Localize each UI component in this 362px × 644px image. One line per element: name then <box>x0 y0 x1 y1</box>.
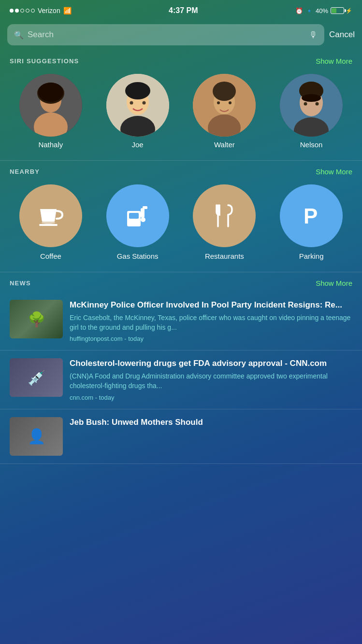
status-left: Verizon 📶 <box>10 7 72 14</box>
bluetooth-icon: 🔹 <box>305 7 313 14</box>
news-excerpt-2: (CNN)A Food and Drug Administration advi… <box>70 372 352 391</box>
nearby-section: NEARBY Show More Coffee <box>0 161 362 272</box>
svg-rect-29 <box>143 206 147 209</box>
siri-section-header: SIRI SUGGESTIONS Show More <box>0 50 362 70</box>
search-icon: 🔍 <box>14 30 24 40</box>
restaurants-icon <box>210 201 239 230</box>
parking-icon: P <box>297 201 326 230</box>
nearby-gas-stations[interactable]: Gas Stations <box>99 184 176 260</box>
news-article-3[interactable]: 👤 Jeb Bush: Unwed Mothers Should <box>0 409 362 464</box>
microphone-icon[interactable]: 🎙 <box>309 30 318 40</box>
avatar-nathaly-svg <box>19 74 82 137</box>
news-content-2: Cholesterol-lowering drugs get FDA advis… <box>70 358 352 401</box>
news-thumbnail-1: 🌳 <box>10 300 63 338</box>
nearby-restaurants[interactable]: Restaurants <box>186 184 263 260</box>
svg-point-21 <box>304 102 307 106</box>
gas-station-circle <box>106 184 169 247</box>
search-bar[interactable]: 🔍 Search 🎙 <box>7 24 324 45</box>
cancel-button[interactable]: Cancel <box>329 30 355 40</box>
parking-circle: P <box>280 184 343 247</box>
news-article-2[interactable]: 💉 Cholesterol-lowering drugs get FDA adv… <box>0 350 362 409</box>
nearby-row: Coffee Gas Stations <box>0 181 362 267</box>
clock: 4:37 PM <box>169 6 198 15</box>
charging-icon: ⚡ <box>346 8 352 14</box>
svg-point-10 <box>142 101 145 105</box>
search-placeholder: Search <box>28 30 305 40</box>
avatar-joe-svg <box>106 74 169 137</box>
carrier-label: Verizon <box>38 7 60 14</box>
siri-section-title: SIRI SUGGESTIONS <box>10 57 79 65</box>
svg-point-4 <box>38 83 63 102</box>
nearby-coffee-label: Coffee <box>40 252 61 260</box>
news-title-1: McKinney Police Officer Involved In Pool… <box>70 300 352 310</box>
contact-joe-label: Joe <box>132 140 144 149</box>
news-title-3: Jeb Bush: Unwed Mothers Should <box>70 417 352 428</box>
svg-point-23 <box>302 94 321 102</box>
search-container: 🔍 Search 🎙 Cancel <box>0 19 362 50</box>
status-bar: Verizon 📶 4:37 PM ⏰ 🔹 40% ⚡ <box>0 0 362 19</box>
dot3 <box>20 9 24 13</box>
nearby-show-more-button[interactable]: Show More <box>316 168 352 176</box>
svg-point-30 <box>141 217 145 222</box>
avatar-nelson-svg <box>280 74 343 137</box>
contact-nathaly[interactable]: Nathaly <box>12 74 89 149</box>
nearby-coffee[interactable]: Coffee <box>12 184 89 260</box>
avatar-nelson <box>280 74 343 137</box>
alarm-icon: ⏰ <box>295 7 303 14</box>
siri-show-more-button[interactable]: Show More <box>316 57 352 65</box>
news-thumbnail-3: 👤 <box>10 417 63 456</box>
avatar-walter <box>193 74 256 137</box>
news-show-more-button[interactable]: Show More <box>316 279 352 287</box>
thumbnail-image-2: 💉 <box>10 358 63 397</box>
contact-nathaly-label: Nathaly <box>38 140 63 149</box>
nearby-section-header: NEARBY Show More <box>0 161 362 181</box>
contact-nelson[interactable]: Nelson <box>273 74 350 149</box>
svg-rect-27 <box>129 213 139 219</box>
signal-bars <box>10 9 35 13</box>
contacts-row: Nathaly Joe <box>0 70 362 155</box>
news-source-1: huffingtonpost.com - today <box>70 335 352 342</box>
svg-point-8 <box>125 82 150 99</box>
nearby-gas-label: Gas Stations <box>117 252 159 260</box>
svg-rect-25 <box>39 224 58 226</box>
dot5 <box>31 9 35 13</box>
nearby-parking-label: Parking <box>299 252 324 260</box>
nearby-restaurants-label: Restaurants <box>205 252 244 260</box>
battery-icon: ⚡ <box>331 7 352 14</box>
avatar-joe <box>106 74 169 137</box>
nearby-parking[interactable]: P Parking <box>273 184 350 260</box>
coffee-icon <box>36 201 65 230</box>
svg-point-16 <box>229 101 232 104</box>
news-section: NEWS Show More 🌳 McKinney Police Officer… <box>0 272 362 464</box>
thumbnail-image-3: 👤 <box>10 417 63 456</box>
svg-point-24 <box>42 221 55 224</box>
status-right: ⏰ 🔹 40% ⚡ <box>295 7 352 14</box>
avatar-walter-svg <box>193 74 256 137</box>
coffee-circle <box>19 184 82 247</box>
svg-point-15 <box>217 101 220 104</box>
svg-text:P: P <box>304 204 318 228</box>
nearby-section-title: NEARBY <box>10 168 40 175</box>
news-section-title: NEWS <box>10 280 31 287</box>
news-excerpt-1: Eric Casebolt, the McKinney, Texas, poli… <box>70 313 352 332</box>
restaurants-circle <box>193 184 256 247</box>
siri-suggestions-section: SIRI SUGGESTIONS Show More Nathaly <box>0 50 362 160</box>
svg-point-22 <box>316 102 319 106</box>
gas-station-icon <box>123 201 152 230</box>
news-title-2: Cholesterol-lowering drugs get FDA advis… <box>70 358 352 369</box>
dot2 <box>15 9 19 13</box>
avatar-nathaly <box>19 74 82 137</box>
contact-joe[interactable]: Joe <box>99 74 176 149</box>
news-source-2: cnn.com - today <box>70 394 352 401</box>
news-article-1[interactable]: 🌳 McKinney Police Officer Involved In Po… <box>0 292 362 350</box>
wifi-icon: 📶 <box>63 7 72 14</box>
contact-nelson-label: Nelson <box>300 140 323 149</box>
dot1 <box>10 9 14 13</box>
news-thumbnail-2: 💉 <box>10 358 63 397</box>
dot4 <box>26 9 29 13</box>
news-content-1: McKinney Police Officer Involved In Pool… <box>70 300 352 342</box>
contact-walter[interactable]: Walter <box>186 74 263 149</box>
svg-point-9 <box>130 101 133 105</box>
thumbnail-image-1: 🌳 <box>10 300 63 338</box>
battery-percent: 40% <box>316 7 328 14</box>
